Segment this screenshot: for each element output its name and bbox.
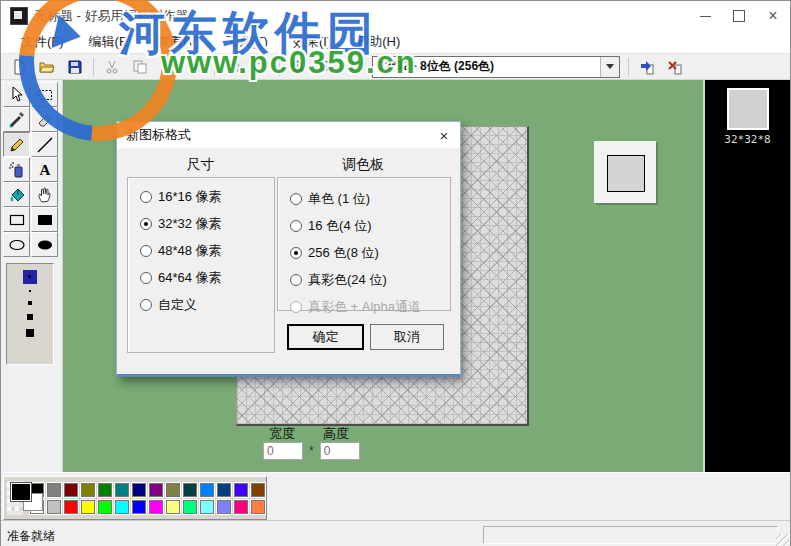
- tool-spray[interactable]: [3, 157, 30, 182]
- menu-item-5[interactable]: 帮助(H): [346, 31, 410, 53]
- save-button[interactable]: [61, 55, 89, 79]
- copy-button[interactable]: [126, 55, 154, 79]
- radio-option[interactable]: 真彩色 + Alpha通道: [290, 298, 450, 316]
- brush-size-option[interactable]: [26, 329, 34, 337]
- menu-item-0[interactable]: 文件(F): [11, 31, 74, 53]
- palette-color[interactable]: [199, 499, 215, 515]
- minimize-button[interactable]: [688, 1, 722, 31]
- menu-item-1[interactable]: 编辑(E): [79, 31, 142, 53]
- palette-color[interactable]: [250, 499, 266, 515]
- palette-color[interactable]: [148, 499, 164, 515]
- zoom-out-button[interactable]: [312, 55, 340, 79]
- palette-color[interactable]: [114, 482, 130, 498]
- palette-color[interactable]: [199, 482, 215, 498]
- radio-option[interactable]: 自定义: [140, 296, 274, 314]
- tool-ellipse[interactable]: [3, 232, 30, 257]
- palette-color[interactable]: [148, 482, 164, 498]
- radio-option[interactable]: 16*16 像素: [140, 188, 274, 206]
- palette-color[interactable]: [165, 482, 181, 498]
- palette-color[interactable]: [46, 482, 62, 498]
- radio-icon[interactable]: [140, 191, 152, 203]
- undo-button[interactable]: [219, 55, 247, 79]
- cut-button[interactable]: [98, 55, 126, 79]
- brush-size-selected[interactable]: [23, 270, 37, 284]
- menu-item-4[interactable]: 效果(I): [283, 31, 341, 53]
- radio-icon[interactable]: [140, 299, 152, 311]
- tool-rectangle[interactable]: [3, 207, 30, 232]
- zoom-button[interactable]: [340, 55, 368, 79]
- radio-icon[interactable]: [290, 247, 302, 259]
- zoom-in-button[interactable]: [284, 55, 312, 79]
- palette-color[interactable]: [80, 482, 96, 498]
- palette-color[interactable]: [63, 499, 79, 515]
- delete-format-button[interactable]: [661, 55, 689, 79]
- palette-color[interactable]: [233, 482, 249, 498]
- radio-icon[interactable]: [290, 274, 302, 286]
- tool-select[interactable]: [3, 82, 30, 107]
- tool-eraser[interactable]: [31, 107, 58, 132]
- maximize-button[interactable]: [722, 1, 756, 31]
- radio-option[interactable]: 48*48 像素: [140, 242, 274, 260]
- dialog-close-button[interactable]: ×: [428, 122, 460, 148]
- palette-color[interactable]: [165, 499, 181, 515]
- radio-option[interactable]: 真彩色(24 位): [290, 271, 450, 289]
- palette-color[interactable]: [97, 499, 113, 515]
- radio-icon[interactable]: [290, 301, 302, 313]
- foreground-background-indicator[interactable]: [7, 481, 23, 515]
- tool-filled-rectangle[interactable]: [31, 207, 58, 232]
- redo-button[interactable]: [247, 55, 275, 79]
- height-input[interactable]: 0: [320, 442, 360, 460]
- tool-text[interactable]: A: [31, 157, 58, 182]
- radio-icon[interactable]: [140, 218, 152, 230]
- resize-grip[interactable]: [776, 534, 789, 546]
- radio-option[interactable]: 32*32 像素: [140, 215, 274, 233]
- tool-eyedropper[interactable]: [3, 107, 30, 132]
- format-dropdown[interactable]: 32*32 - 8位色 (256色): [372, 56, 620, 78]
- palette-color[interactable]: [216, 499, 232, 515]
- brush-size-option[interactable]: [27, 314, 33, 320]
- radio-option[interactable]: 16 色(4 位): [290, 217, 450, 235]
- palette-color[interactable]: [182, 499, 198, 515]
- radio-option[interactable]: 256 色(8 位): [290, 244, 450, 262]
- radio-icon[interactable]: [290, 193, 302, 205]
- radio-icon[interactable]: [290, 220, 302, 232]
- menu-item-2[interactable]: 查看(V): [147, 31, 210, 53]
- tool-filled-ellipse[interactable]: [31, 232, 58, 257]
- format-list-panel: 32*32*8: [703, 80, 790, 472]
- palette-color[interactable]: [131, 482, 147, 498]
- palette-color[interactable]: [114, 499, 130, 515]
- brush-size-option[interactable]: [28, 301, 32, 305]
- tool-pencil[interactable]: [3, 132, 30, 157]
- radio-icon[interactable]: [140, 272, 152, 284]
- paste-icon: [160, 59, 176, 75]
- new-button[interactable]: [5, 55, 33, 79]
- delete-button[interactable]: [182, 55, 210, 79]
- palette-color[interactable]: [80, 499, 96, 515]
- add-format-button[interactable]: [633, 55, 661, 79]
- cancel-button[interactable]: 取消: [370, 324, 444, 350]
- radio-option[interactable]: 单色 (1 位): [290, 190, 450, 208]
- tool-hand[interactable]: [31, 182, 58, 207]
- tool-line[interactable]: [31, 132, 58, 157]
- dropdown-arrow-icon[interactable]: [600, 57, 619, 77]
- palette-color[interactable]: [216, 482, 232, 498]
- radio-option[interactable]: 64*64 像素: [140, 269, 274, 287]
- ok-button[interactable]: 确定: [287, 324, 364, 350]
- width-input[interactable]: 0: [263, 442, 303, 460]
- palette-color[interactable]: [250, 482, 266, 498]
- radio-icon[interactable]: [140, 245, 152, 257]
- brush-size-option[interactable]: [29, 290, 31, 292]
- palette-color[interactable]: [97, 482, 113, 498]
- palette-color[interactable]: [131, 499, 147, 515]
- close-button[interactable]: ×: [756, 1, 790, 31]
- palette-color[interactable]: [233, 499, 249, 515]
- tool-fill[interactable]: [3, 182, 30, 207]
- tool-rect-select[interactable]: [31, 82, 58, 107]
- palette-color[interactable]: [182, 482, 198, 498]
- format-thumbnail[interactable]: [727, 88, 769, 130]
- paste-button[interactable]: [154, 55, 182, 79]
- menu-item-3[interactable]: 工具(T): [215, 31, 278, 53]
- open-button[interactable]: [33, 55, 61, 79]
- palette-color[interactable]: [63, 482, 79, 498]
- palette-color[interactable]: [46, 499, 62, 515]
